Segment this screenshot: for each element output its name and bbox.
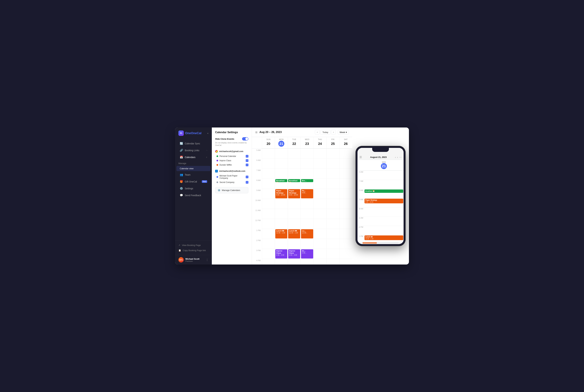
next-arrow[interactable]: › (331, 130, 336, 134)
time-cell[interactable] (262, 249, 275, 259)
calendar-checkbox[interactable]: ✓ (246, 164, 248, 166)
time-cell[interactable] (301, 199, 313, 209)
time-cell[interactable] (314, 229, 326, 239)
event-block[interactable]: Improv Class2:30 - 3:30 (275, 249, 287, 258)
event-block[interactable]: Lunch 🍽12:30 - 1:30 (288, 229, 300, 238)
time-cell[interactable] (288, 259, 301, 264)
time-cell[interactable] (314, 209, 326, 219)
time-cell[interactable] (326, 168, 339, 178)
sidebar-item-send-feedback[interactable]: 💬 Send Feedback (176, 192, 210, 198)
calendar-item-secret-company[interactable]: Secret Company ✓ (215, 180, 248, 184)
time-cell[interactable] (288, 199, 301, 209)
time-cell[interactable] (339, 239, 352, 249)
sidebar-sub-item-calendar-view[interactable]: Calendar view (176, 166, 210, 171)
sidebar-item-team[interactable]: 👥 Team (176, 172, 210, 178)
calendar-checkbox[interactable]: ✓ (246, 176, 248, 178)
time-cell[interactable] (339, 219, 352, 229)
time-cell[interactable]: Lunch 🍽12:30 - 1:30 (275, 229, 288, 239)
time-cell[interactable] (314, 219, 326, 229)
phone-next-icon[interactable]: › (397, 156, 398, 158)
calendar-checkbox[interactable]: ✓ (246, 159, 248, 162)
time-cell[interactable] (339, 259, 352, 264)
time-cell[interactable] (301, 219, 313, 229)
time-cell[interactable] (288, 168, 301, 178)
time-cell[interactable] (275, 148, 288, 158)
event-block[interactable]: Lunch 🍽12:30 - 1:30 (275, 229, 287, 238)
time-cell[interactable] (339, 249, 352, 259)
time-cell[interactable] (314, 189, 326, 199)
time-cell[interactable]: Paper Strategy9:00 - 10:00 (275, 189, 288, 199)
time-cell[interactable] (314, 148, 326, 158)
time-cell[interactable] (301, 168, 313, 178)
sidebar-item-booking-links[interactable]: 🔗 Booking Links › (176, 147, 210, 154)
phone-event[interactable]: Breakfast 🌅 (365, 190, 403, 193)
time-cell[interactable] (326, 229, 339, 239)
time-cell[interactable] (314, 199, 326, 209)
sidebar-collapse-icon[interactable]: « (207, 132, 208, 134)
time-cell[interactable] (326, 219, 339, 229)
calendar-checkbox[interactable]: ✓ (246, 155, 248, 158)
time-cell[interactable]: Pa...9:00... (301, 189, 313, 199)
phone-event[interactable]: Paper Strategy9:00 - 10:00 (365, 199, 403, 203)
time-cell[interactable] (262, 219, 275, 229)
copy-booking-page-link[interactable]: 📋 Copy Booking Page link (175, 248, 212, 253)
time-cell[interactable] (262, 209, 275, 219)
time-cell[interactable] (339, 229, 352, 239)
time-cell[interactable]: Breakfast 🌅 (275, 178, 288, 189)
time-cell[interactable] (275, 219, 288, 229)
time-cell[interactable] (314, 249, 326, 259)
time-cell[interactable] (339, 189, 352, 199)
sidebar-item-settings[interactable]: ⚙️ Settings (176, 185, 210, 192)
calendar-toggle-icon[interactable]: ⊞ (255, 131, 257, 134)
time-cell[interactable] (314, 178, 326, 189)
calendar-item-dunder[interactable]: Dunder Mifflin ✓ (215, 163, 248, 167)
time-cell[interactable] (326, 239, 339, 249)
manage-calendars-button[interactable]: ⚙️ Manage Calendars (215, 187, 248, 193)
time-cell[interactable] (275, 209, 288, 219)
time-cell[interactable] (326, 189, 339, 199)
phone-prev-icon[interactable]: ‹ (395, 156, 396, 158)
time-cell[interactable] (262, 229, 275, 239)
time-cell[interactable]: Improv Class2:30 - 3:30 (275, 249, 288, 259)
time-cell[interactable] (339, 209, 352, 219)
time-cell[interactable]: Lu...12:30... (301, 229, 313, 239)
time-cell[interactable] (275, 199, 288, 209)
calendar-checkbox[interactable]: ✓ (246, 181, 248, 184)
time-cell[interactable] (262, 259, 275, 264)
phone-event[interactable]: Lunch 🍽12:30 - 1:30 (365, 236, 403, 240)
event-block[interactable]: Bre... (301, 179, 313, 182)
time-cell[interactable] (288, 209, 301, 219)
time-cell[interactable] (262, 178, 275, 189)
time-cell[interactable] (288, 148, 301, 158)
event-block[interactable]: Breakfast 🌅 (288, 179, 300, 182)
time-cell[interactable] (262, 158, 275, 168)
sidebar-sub-item-manage[interactable]: Manage (175, 161, 212, 166)
time-cell[interactable] (275, 168, 288, 178)
time-cell[interactable]: Bre... (301, 178, 313, 189)
sidebar-item-calendar-sync[interactable]: 🔄 Calendar Sync (176, 140, 210, 147)
time-cell[interactable] (326, 148, 339, 158)
calendar-item-improv[interactable]: Improv Class ✓ (215, 158, 248, 163)
time-cell[interactable] (339, 158, 352, 168)
time-cell[interactable] (288, 239, 301, 249)
time-cell[interactable] (314, 259, 326, 264)
hide-clone-toggle[interactable] (242, 137, 248, 140)
time-cell[interactable] (314, 158, 326, 168)
sidebar-item-calendars[interactable]: 📅 Calendars ∨ (176, 154, 210, 160)
time-cell[interactable] (275, 158, 288, 168)
time-cell[interactable] (275, 239, 288, 249)
view-booking-page-link[interactable]: ↗ View Booking Page (175, 242, 212, 248)
event-block[interactable]: Paper Strategy9:00 - 10:00 (288, 189, 300, 198)
time-cell[interactable] (339, 148, 352, 158)
time-cell[interactable] (339, 199, 352, 209)
event-block[interactable]: Pa...9:00... (301, 189, 313, 198)
time-cell[interactable] (314, 239, 326, 249)
time-cell[interactable] (301, 148, 313, 158)
sidebar-item-gift-onecal[interactable]: 🎁 Gift OneCal New (176, 178, 210, 185)
time-cell[interactable]: Improv Class2:30 - 3:30 (288, 249, 301, 259)
time-cell[interactable] (301, 239, 313, 249)
time-cell[interactable] (339, 168, 352, 178)
time-cell[interactable]: Lunch 🍽12:30 - 1:30 (288, 229, 301, 239)
time-cell[interactable] (326, 259, 339, 264)
time-cell[interactable] (288, 158, 301, 168)
